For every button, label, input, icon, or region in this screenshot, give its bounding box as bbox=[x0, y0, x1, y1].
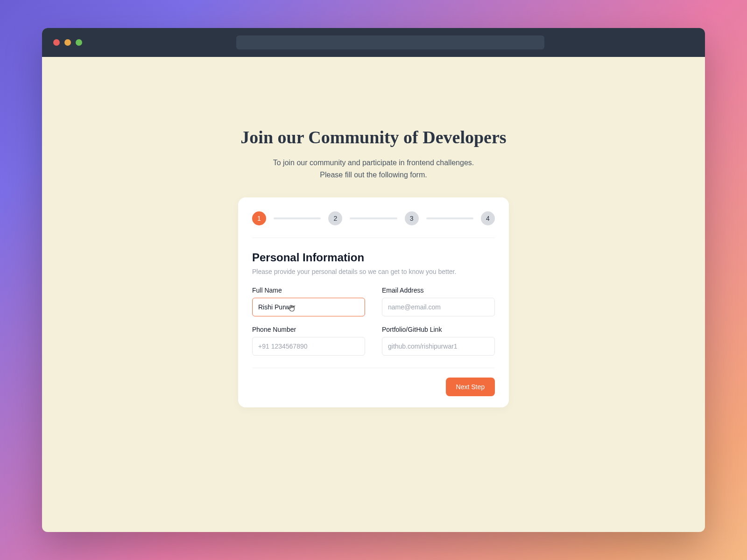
field-email: Email Address bbox=[382, 287, 495, 316]
browser-chrome bbox=[42, 28, 705, 57]
form-card: 1 2 3 4 Personal Information Please prov… bbox=[238, 197, 509, 407]
section-title: Personal Information bbox=[252, 251, 495, 264]
step-connector bbox=[350, 217, 397, 219]
step-3[interactable]: 3 bbox=[405, 211, 419, 225]
form-actions: Next Step bbox=[252, 368, 495, 396]
field-phone: Phone Number bbox=[252, 326, 365, 356]
page-content: Join our Community of Developers To join… bbox=[42, 57, 705, 532]
page-subtitle: To join our community and participate in… bbox=[273, 157, 474, 181]
full-name-label: Full Name bbox=[252, 287, 365, 294]
close-window-button[interactable] bbox=[53, 39, 60, 46]
maximize-window-button[interactable] bbox=[76, 39, 82, 46]
form-grid: Full Name Email Address Phone Number bbox=[252, 287, 495, 368]
step-connector bbox=[426, 217, 473, 219]
next-step-button[interactable]: Next Step bbox=[446, 378, 495, 396]
subtitle-line-2: Please fill out the following form. bbox=[320, 171, 427, 179]
phone-input[interactable] bbox=[252, 337, 365, 356]
step-1[interactable]: 1 bbox=[252, 211, 266, 225]
minimize-window-button[interactable] bbox=[64, 39, 71, 46]
field-full-name: Full Name bbox=[252, 287, 365, 316]
portfolio-input[interactable] bbox=[382, 337, 495, 356]
field-portfolio: Portfolio/GitHub Link bbox=[382, 326, 495, 356]
portfolio-label: Portfolio/GitHub Link bbox=[382, 326, 495, 333]
phone-label: Phone Number bbox=[252, 326, 365, 333]
page-title: Join our Community of Developers bbox=[240, 127, 506, 147]
browser-window: Join our Community of Developers To join… bbox=[42, 28, 705, 532]
step-4[interactable]: 4 bbox=[481, 211, 495, 225]
step-connector bbox=[274, 217, 321, 219]
section-description: Please provide your personal details so … bbox=[252, 268, 495, 275]
subtitle-line-1: To join our community and participate in… bbox=[273, 159, 474, 167]
email-input[interactable] bbox=[382, 298, 495, 316]
email-label: Email Address bbox=[382, 287, 495, 294]
step-2[interactable]: 2 bbox=[328, 211, 342, 225]
url-bar[interactable] bbox=[236, 35, 544, 49]
stepper: 1 2 3 4 bbox=[252, 211, 495, 238]
full-name-input[interactable] bbox=[252, 298, 365, 316]
